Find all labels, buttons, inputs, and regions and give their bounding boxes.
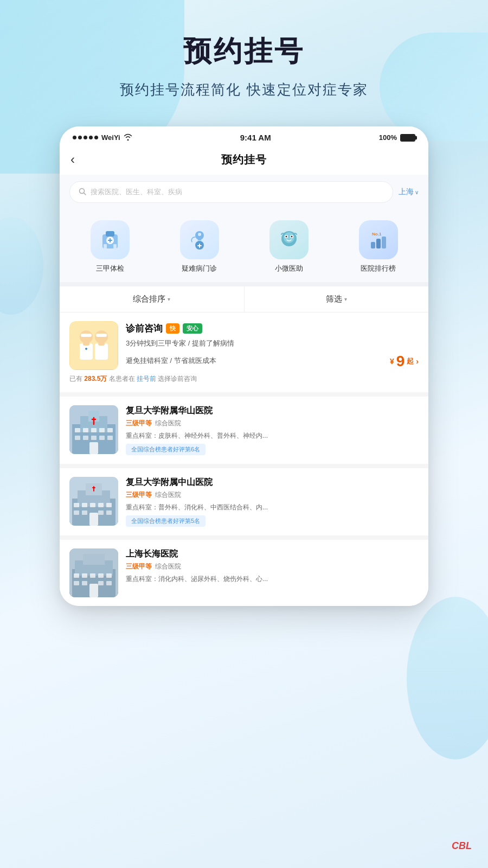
hospital-card-2[interactable]: 复旦大学附属中山医院 三级甲等 综合医院 重点科室：普外科、消化科、中西医结合科… bbox=[60, 468, 428, 540]
hospital-name-2: 复旦大学附属中山医院 bbox=[126, 477, 419, 488]
svg-rect-41 bbox=[99, 436, 105, 440]
consultation-image bbox=[69, 321, 118, 370]
action-label-sanjia: 三甲体检 bbox=[96, 264, 124, 273]
sort-button[interactable]: 综合排序 ▾ bbox=[60, 286, 245, 312]
hospital-card-3[interactable]: 上海长海医院 三级甲等 综合医院 重点科室：消化内科、泌尿外科、烧伤外科、心..… bbox=[60, 540, 428, 606]
wifi-icon bbox=[124, 133, 132, 142]
search-icon bbox=[79, 188, 86, 197]
hospital-tags-1: 三级甲等 综合医院 bbox=[126, 419, 419, 428]
quick-actions: 三甲体检 疑难病门诊 bbox=[60, 209, 428, 282]
search-input-wrap[interactable]: 搜索医院、医生、科室、疾病 bbox=[69, 181, 393, 203]
svg-rect-36 bbox=[99, 428, 105, 432]
svg-rect-71 bbox=[89, 584, 98, 597]
svg-rect-42 bbox=[107, 436, 113, 440]
action-assistant[interactable]: 小微医助 bbox=[269, 220, 309, 273]
phone-wrapper: WeiYi 9:41 AM 100% ‹ 预约挂号 bbox=[0, 116, 488, 628]
sanjia-icon-wrap bbox=[91, 220, 130, 259]
action-label-difficult: 疑难病门诊 bbox=[182, 264, 217, 273]
consultation-card[interactable]: 诊前咨询 快 安心 3分钟找到三甲专家 / 提前了解病情 避免挂错科室 / 节省… bbox=[60, 312, 428, 397]
svg-rect-28 bbox=[96, 334, 107, 337]
stats-highlight: 挂号前 bbox=[137, 375, 156, 382]
svg-rect-63 bbox=[82, 573, 87, 578]
consultation-stats: 已有 283.5万 名患者在 挂号前 选择诊前咨询 bbox=[69, 374, 419, 384]
action-label-ranking: 医院排行榜 bbox=[361, 264, 396, 273]
svg-rect-56 bbox=[106, 510, 112, 515]
consultation-content: 诊前咨询 快 安心 3分钟找到三甲专家 / 提前了解病情 避免挂错科室 / 节省… bbox=[126, 322, 419, 369]
action-label-assistant: 小微医助 bbox=[275, 264, 303, 273]
svg-line-1 bbox=[84, 193, 86, 195]
assistant-icon-wrap bbox=[269, 220, 309, 259]
rank-badge-2: 全国综合榜患者好评第5名 bbox=[126, 515, 206, 527]
svg-rect-27 bbox=[98, 342, 105, 346]
hospital-image-1 bbox=[69, 405, 118, 454]
svg-rect-43 bbox=[89, 442, 98, 454]
status-time: 9:41 AM bbox=[240, 133, 271, 142]
hospital-type-1: 综合医院 bbox=[155, 419, 181, 428]
hospital-list: 诊前咨询 快 安心 3分钟找到三甲专家 / 提前了解病情 避免挂错科室 / 节省… bbox=[60, 312, 428, 606]
battery-icon bbox=[400, 134, 415, 142]
ranking-icon-wrap: No.1 bbox=[359, 220, 398, 259]
svg-rect-52 bbox=[106, 503, 112, 507]
divider-1 bbox=[60, 282, 428, 286]
svg-rect-26 bbox=[95, 343, 108, 360]
location-button[interactable]: 上海 ∨ bbox=[399, 187, 419, 197]
hospital-level-3: 三级甲等 bbox=[126, 562, 152, 571]
svg-point-15 bbox=[291, 236, 292, 238]
svg-rect-6 bbox=[113, 244, 117, 248]
svg-rect-23 bbox=[83, 342, 89, 346]
hospital-image-3 bbox=[69, 548, 118, 597]
hospital-dept-1: 重点科室：皮肤科、神经外科、普外科、神经内... bbox=[126, 431, 419, 441]
hospital-image-2 bbox=[69, 477, 118, 526]
svg-rect-53 bbox=[74, 510, 79, 515]
page-header: 预约挂号 预约挂号流程简化 快速定位对症专家 bbox=[0, 0, 488, 116]
status-bar-left: WeiYi bbox=[73, 133, 132, 142]
consult-desc-2: 避免挂错科室 / 节省就医成本 bbox=[126, 355, 216, 367]
svg-rect-3 bbox=[106, 231, 114, 237]
svg-rect-20 bbox=[70, 322, 118, 369]
action-ranking[interactable]: No.1 医院排行榜 bbox=[359, 220, 398, 273]
svg-rect-69 bbox=[98, 581, 104, 585]
svg-rect-67 bbox=[74, 581, 79, 585]
filter-label: 筛选 bbox=[326, 294, 342, 304]
hospital-tags-3: 三级甲等 综合医院 bbox=[126, 562, 419, 571]
svg-rect-48 bbox=[74, 503, 79, 507]
filter-button[interactable]: 筛选 ▾ bbox=[245, 286, 429, 312]
status-bar: WeiYi 9:41 AM 100% bbox=[60, 126, 428, 146]
svg-rect-57 bbox=[89, 513, 98, 526]
svg-rect-22 bbox=[80, 343, 93, 360]
hospital-dept-3: 重点科室：消化内科、泌尿外科、烧伤外科、心... bbox=[126, 574, 419, 584]
consult-title-row: 诊前咨询 快 安心 bbox=[126, 322, 419, 335]
svg-rect-18 bbox=[382, 237, 386, 248]
nav-bar: ‹ 预约挂号 bbox=[60, 146, 428, 175]
chevron-down-icon: ∨ bbox=[415, 189, 419, 195]
stats-count: 283.5万 bbox=[84, 375, 107, 382]
price-tag: ¥ 9 起 › bbox=[390, 354, 419, 369]
hospital-type-3: 综合医院 bbox=[155, 562, 181, 571]
svg-rect-16 bbox=[371, 242, 375, 248]
svg-point-9 bbox=[198, 233, 201, 236]
action-difficult[interactable]: 疑难病门诊 bbox=[180, 220, 219, 273]
battery-percent: 100% bbox=[379, 133, 397, 142]
filter-arrow-icon: ▾ bbox=[344, 296, 347, 302]
badge-safe: 安心 bbox=[183, 323, 202, 334]
svg-rect-70 bbox=[106, 581, 112, 585]
action-sanjia[interactable]: 三甲体检 bbox=[91, 220, 130, 273]
svg-rect-61 bbox=[83, 554, 105, 565]
consult-desc-1: 3分钟找到三甲专家 / 提前了解病情 bbox=[126, 338, 419, 349]
search-placeholder: 搜索医院、医生、科室、疾病 bbox=[91, 187, 182, 197]
sort-label: 综合排序 bbox=[133, 294, 165, 304]
status-bar-right: 100% bbox=[379, 133, 415, 142]
phone-frame: WeiYi 9:41 AM 100% ‹ 预约挂号 bbox=[60, 126, 428, 606]
svg-rect-17 bbox=[376, 239, 381, 248]
search-area: 搜索医院、医生、科室、疾病 上海 ∨ bbox=[60, 175, 428, 209]
hospital-dept-2: 重点科室：普外科、消化科、中西医结合科、内... bbox=[126, 502, 419, 512]
hospital-card-1[interactable]: 复旦大学附属华山医院 三级甲等 综合医院 重点科室：皮肤科、神经外科、普外科、神… bbox=[60, 397, 428, 468]
price-unit: 起 bbox=[407, 356, 414, 366]
badge-fast: 快 bbox=[166, 323, 179, 334]
hospital-type-2: 综合医院 bbox=[155, 490, 181, 500]
svg-rect-35 bbox=[91, 428, 97, 432]
carrier-label: WeiYi bbox=[101, 133, 120, 142]
hospital-level-1: 三级甲等 bbox=[126, 419, 152, 428]
svg-rect-5 bbox=[104, 244, 107, 248]
back-button[interactable]: ‹ bbox=[70, 152, 90, 167]
